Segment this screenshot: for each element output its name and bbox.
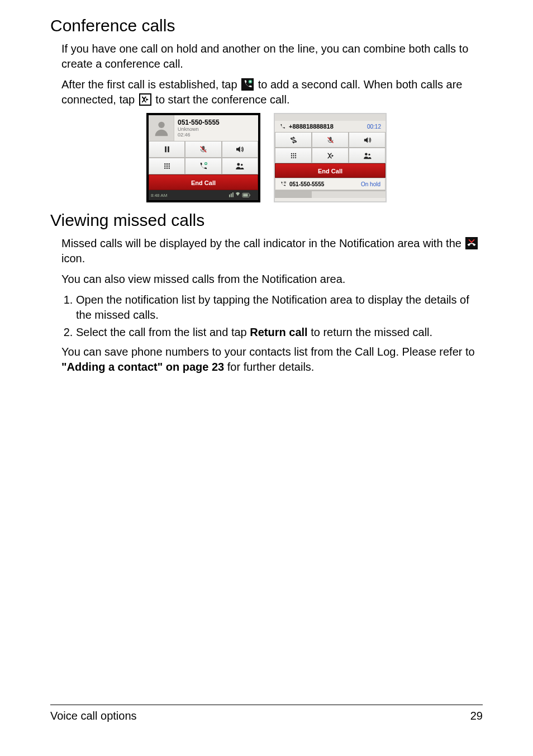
merge-calls-icon [139,93,151,106]
page-footer: Voice call options 29 [50,705,483,722]
active-call-row: +888818888818 00:12 [275,121,386,132]
active-number: +888818888818 [289,123,334,130]
svg-point-28 [294,153,296,154]
held-call-row[interactable]: 051-550-5555 On hold [275,178,386,190]
add-call-icon [241,78,254,91]
svg-rect-37 [284,182,285,184]
missed-steps-list: Open the notification list by tapping th… [61,292,483,340]
speaker-button[interactable] [222,141,258,158]
end-call-button[interactable]: End Call [275,163,386,178]
text-segment: for further details. [224,361,314,373]
missed-call-icon [465,237,478,249]
svg-point-36 [368,153,370,155]
text-segment: to start the conference call. [155,93,289,106]
svg-rect-22 [243,194,248,197]
footer-page-number: 29 [470,710,483,722]
text-segment: After the first call is established, tap [61,78,240,91]
screenshots-row: 051-550-5555 Unknown 02:46 End Call 8:48… [50,113,483,202]
heading-conference-calls: Conference calls [50,16,483,36]
svg-point-34 [294,157,296,158]
call-header: 051-550-5555 Unknown 02:46 [149,115,258,141]
contacts-button[interactable] [349,148,386,163]
svg-point-27 [293,153,294,154]
mute-button[interactable] [185,141,221,158]
conference-intro: If you have one call on hold and another… [61,41,483,72]
tab-indicator [312,190,349,198]
tab-indicator [349,190,386,198]
svg-point-17 [241,164,242,166]
svg-point-33 [293,157,294,158]
missed-also: You can also view missed calls from the … [61,272,483,287]
missed-save-note: You can save phone numbers to your conta… [61,344,483,375]
crossref-link: "Adding a contact" on page 23 [61,361,224,373]
held-number: 051-550-5555 [289,181,324,187]
add-call-button[interactable] [185,158,221,174]
phone-hold-icon [280,181,287,187]
speaker-button[interactable] [349,132,386,148]
svg-point-29 [291,155,292,156]
svg-point-26 [291,153,292,154]
svg-point-12 [164,168,165,169]
heading-viewing-missed-calls: Viewing missed calls [50,210,483,230]
svg-rect-2 [165,147,166,153]
call-controls [275,132,386,163]
list-item: Select the call from the list and tap Re… [76,325,483,340]
svg-point-8 [168,163,169,164]
svg-rect-18 [229,195,230,197]
phone-icon [279,123,286,130]
screenshot-conference-call: +888818888818 00:12 End Call 051-550-555… [274,113,387,202]
svg-point-9 [164,166,165,167]
svg-rect-23 [250,195,250,196]
svg-rect-3 [168,147,169,153]
return-call-label: Return call [250,326,307,338]
caller-name: Unknown [178,126,255,132]
dialpad-button[interactable] [149,158,185,174]
footer-rule [50,705,483,705]
pause-button[interactable] [149,141,185,158]
svg-point-31 [294,155,296,156]
svg-point-14 [168,168,169,169]
svg-point-6 [164,163,165,164]
screenshot-single-call: 051-550-5555 Unknown 02:46 End Call 8:48… [146,113,260,202]
svg-point-1 [158,122,164,128]
avatar [149,115,174,141]
footer-section-name: Voice call options [50,710,137,722]
active-number: 051-550-5555 [178,119,255,126]
svg-rect-19 [231,193,232,197]
held-status: On hold [361,181,380,187]
svg-point-32 [291,157,292,158]
svg-rect-38 [285,182,286,184]
svg-point-13 [166,168,167,169]
text-segment: Missed calls will be displayed by the ca… [61,237,464,249]
status-right-icons [229,192,256,199]
svg-point-11 [168,166,169,167]
svg-point-35 [365,153,368,155]
text-segment: icon. [61,252,85,264]
svg-point-16 [237,163,240,166]
svg-point-7 [166,163,167,164]
status-bar: 8:48 AM [149,190,258,200]
text-segment: to return the missed call. [308,326,432,338]
svg-point-10 [166,166,167,167]
conference-instructions: After the first call is established, tap… [61,77,483,107]
call-controls [149,141,258,174]
missed-intro: Missed calls will be displayed by the ca… [61,236,483,266]
tab-bar [275,190,386,198]
topbar [275,114,386,121]
text-segment: You can save phone numbers to your conta… [61,346,475,358]
tab-indicator [275,190,312,198]
status-time: 8:48 AM [151,193,167,198]
dialpad-button[interactable] [275,148,312,163]
swap-calls-button[interactable] [275,132,312,148]
active-duration: 00:12 [367,124,381,130]
merge-calls-button[interactable] [312,148,349,163]
list-item: Open the notification list by tapping th… [76,292,483,323]
svg-rect-20 [232,192,234,197]
end-call-button[interactable]: End Call [149,174,258,190]
call-duration: 02:46 [178,132,255,138]
contacts-button[interactable] [222,158,258,174]
mute-button[interactable] [312,132,349,148]
svg-point-30 [293,155,294,156]
text-segment: Select the call from the list and tap [76,326,250,338]
